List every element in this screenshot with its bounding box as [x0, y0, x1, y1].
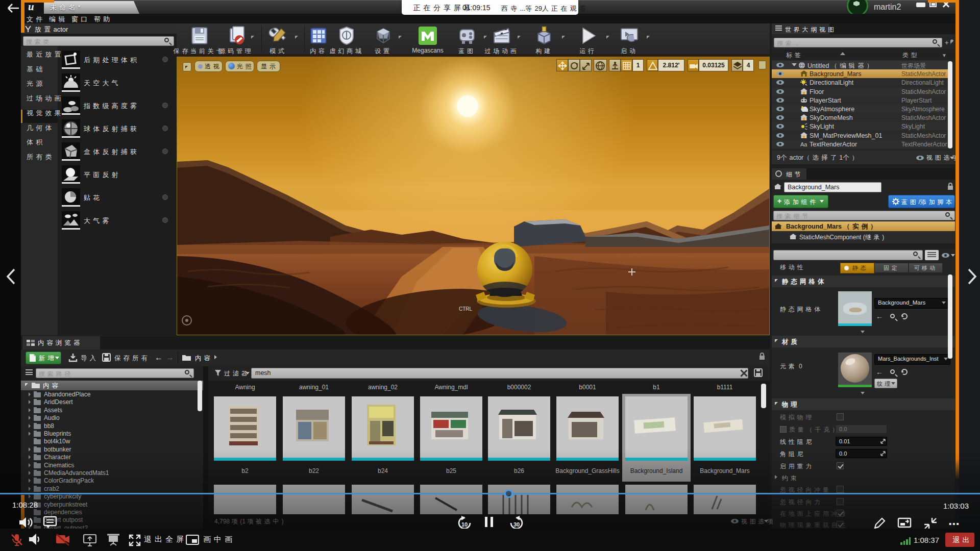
svg-text:30: 30 [513, 521, 520, 528]
svg-text:Aa: Aa [800, 141, 807, 147]
svg-text:CTRL: CTRL [459, 306, 473, 312]
svg-text:10: 10 [461, 521, 468, 528]
